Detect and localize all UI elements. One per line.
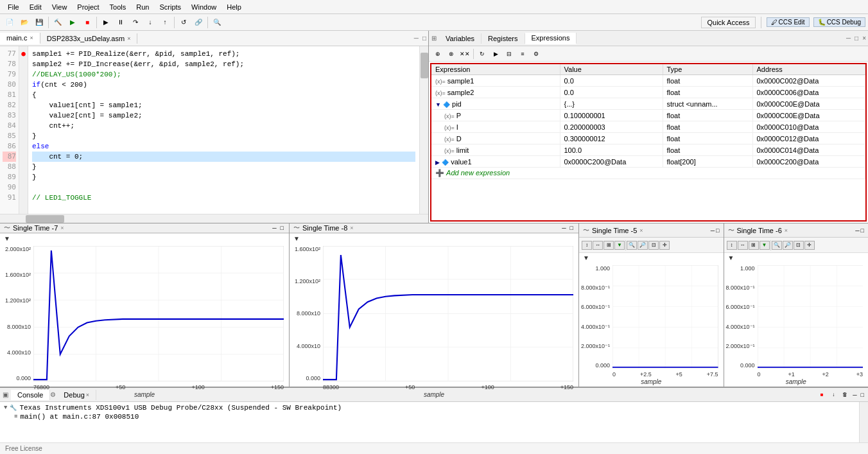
expr-format-btn[interactable]: ≡ xyxy=(516,48,529,60)
expr-row-D[interactable]: (x)= D 0.300000012 float 0x0000C012@Data xyxy=(431,133,865,144)
expressions-table: Expression Value Type Address (x)= sampl… xyxy=(431,64,865,179)
chart-6-btn3[interactable]: ⊞ xyxy=(749,241,759,250)
expr-add-row[interactable]: ➕ Add new expression xyxy=(431,168,865,179)
console-maximize[interactable]: □ xyxy=(860,392,865,398)
tab-main-c-close[interactable]: × xyxy=(30,35,33,41)
menu-project[interactable]: Project xyxy=(72,2,104,12)
chart-8-close-tab[interactable]: × xyxy=(350,225,353,231)
editor-vscroll[interactable] xyxy=(419,46,428,214)
chart-5-close-tab[interactable]: × xyxy=(639,227,643,234)
ccs-edit-btn[interactable]: 🖊 CCS Edit xyxy=(767,17,810,27)
menu-window[interactable]: Window xyxy=(186,2,221,12)
console-text[interactable]: ▼ 🔧 Texas Instruments XDS100v1 USB Debug… xyxy=(0,402,859,442)
chart-5-cursor[interactable]: ✛ xyxy=(659,241,670,250)
chart-6-maximize[interactable]: □ xyxy=(861,227,864,234)
code-area[interactable]: sample1 += PID_Realize(&err, &pid, sampl… xyxy=(28,46,419,214)
expr-row-sample2[interactable]: (x)= sample2 0.0 float 0x0000C006@Data xyxy=(431,87,865,98)
editor-minimize-btn[interactable]: ─ xyxy=(412,35,421,42)
menu-file[interactable]: File xyxy=(3,2,24,12)
console-minimize[interactable]: ─ xyxy=(851,392,858,398)
expr-continuous-btn[interactable]: ▶ xyxy=(489,48,502,60)
chart-5-zoom-in[interactable]: 🔍 xyxy=(627,241,637,250)
var-minimize-btn[interactable]: ─ xyxy=(844,35,853,42)
chart-5-minimize[interactable]: ─ xyxy=(711,227,715,234)
ccs-debug-btn[interactable]: 🐛 CCS Debug xyxy=(813,17,865,27)
expr-remove-all-btn[interactable]: ✕✕ xyxy=(458,48,471,60)
tab-main-c[interactable]: main.c × xyxy=(0,33,40,44)
tab-usdelay[interactable]: DSP2833x_usDelay.asm × xyxy=(40,33,138,44)
chart-6-close-tab[interactable]: × xyxy=(785,227,788,234)
chart-8-maximize[interactable]: □ xyxy=(569,225,575,231)
console-scroll-btn[interactable]: ↓ xyxy=(828,390,838,399)
expr-row-P[interactable]: (x)= P 0.100000001 float 0x0000C00E@Data xyxy=(431,110,865,121)
menu-edit[interactable]: Edit xyxy=(24,2,47,12)
quick-access[interactable]: Quick Access xyxy=(701,17,755,28)
value1-expand-icon[interactable]: ▶ xyxy=(435,159,440,166)
chart-7-minimize[interactable]: ─ xyxy=(271,225,277,231)
chart-5-zoom-out[interactable]: 🔎 xyxy=(638,241,648,250)
chart-5-btn2[interactable]: ↔ xyxy=(593,241,603,250)
menu-view[interactable]: View xyxy=(47,2,73,12)
chart-8-minimize[interactable]: ─ xyxy=(560,225,567,231)
chart-5-maximize[interactable]: □ xyxy=(716,227,719,234)
var-close-btn[interactable]: × xyxy=(860,35,868,42)
chart-7-maximize[interactable]: □ xyxy=(279,225,285,231)
console-vscroll[interactable] xyxy=(859,402,868,442)
chart-6-fit[interactable]: ⊡ xyxy=(794,241,804,250)
zoom-in-btn[interactable]: 🔍 xyxy=(210,15,224,30)
tab-expressions[interactable]: Expressions xyxy=(525,33,577,44)
debug-btn[interactable]: ▶ xyxy=(65,15,80,30)
chart-5-btn3[interactable]: ⊞ xyxy=(603,241,614,250)
expr-collapse-btn[interactable]: ⊟ xyxy=(503,48,516,60)
chart-6-zoom-in[interactable]: 🔍 xyxy=(772,241,782,250)
terminate-btn[interactable]: ■ xyxy=(80,15,94,30)
new-btn[interactable]: 📄 xyxy=(3,15,17,30)
chart-6-btn4[interactable]: ▼ xyxy=(759,241,770,250)
save-btn[interactable]: 💾 xyxy=(32,15,46,30)
menu-tools[interactable]: Tools xyxy=(105,2,132,12)
resume-btn[interactable]: ▶ xyxy=(99,15,113,30)
chart-6-btn1[interactable]: ↕ xyxy=(727,241,737,250)
open-btn[interactable]: 📂 xyxy=(17,15,31,30)
chart-6-cursor[interactable]: ✛ xyxy=(804,241,815,250)
step-out-btn[interactable]: ↑ xyxy=(158,15,172,30)
tab-variables[interactable]: Variables xyxy=(439,33,482,44)
expr-refresh-btn[interactable]: ↻ xyxy=(476,48,489,60)
limit-value: 100.0 xyxy=(560,144,663,156)
editor-maximize-btn[interactable]: □ xyxy=(421,35,428,42)
console-terminate-btn[interactable]: ■ xyxy=(817,390,827,399)
suspend-btn[interactable]: ⏸ xyxy=(114,15,128,30)
pid-expand-icon[interactable]: ▼ xyxy=(435,101,441,108)
menu-help[interactable]: Help xyxy=(221,2,247,12)
step-into-btn[interactable]: ↓ xyxy=(143,15,157,30)
expr-settings-btn[interactable]: ⚙ xyxy=(530,48,542,60)
chart-6-btn2[interactable]: ↔ xyxy=(738,241,748,250)
step-over-btn[interactable]: ↷ xyxy=(128,15,143,30)
chart-6-minimize[interactable]: ─ xyxy=(855,227,859,234)
console-clear-btn[interactable]: 🗑 xyxy=(840,390,850,399)
build-btn[interactable]: 🔨 xyxy=(51,15,65,30)
tab-registers[interactable]: Registers xyxy=(482,33,525,44)
expr-row-pid[interactable]: ▼ 🔷 pid {...} struct <unnam... 0x0000C00… xyxy=(431,98,865,110)
tab-usdelay-close[interactable]: × xyxy=(127,35,130,42)
expr-row-limit[interactable]: (x)= limit 100.0 float 0x0000C014@Data xyxy=(431,144,865,156)
chart-5-btn1[interactable]: ↕ xyxy=(582,241,592,250)
editor-hscroll[interactable] xyxy=(0,214,428,223)
add-expr-label[interactable]: Add new expression xyxy=(446,169,510,177)
connect-btn[interactable]: 🔗 xyxy=(191,15,205,30)
chart-panel-8: 〜 Single Time -8 × ─ □ ↕ ↔ ⊞ ▼ 🔍 🔎 ⊡ ✛ � xyxy=(290,223,579,387)
menu-run[interactable]: Run xyxy=(131,2,154,12)
menu-scripts[interactable]: Scripts xyxy=(154,2,186,12)
P-value: 0.100000001 xyxy=(560,110,663,121)
chart-7-close-icon-tab[interactable]: × xyxy=(60,225,64,231)
chart-5-fit[interactable]: ⊡ xyxy=(648,241,659,250)
var-maximize-btn[interactable]: □ xyxy=(853,35,860,42)
chart-5-btn4[interactable]: ▼ xyxy=(614,241,625,250)
reset-btn[interactable]: ↺ xyxy=(177,15,191,30)
expr-row-sample1[interactable]: (x)= sample1 0.0 float 0x0000C002@Data xyxy=(431,75,865,87)
expr-row-value1[interactable]: ▶ 🔷 value1 0x0000C200@Data float[200] 0x… xyxy=(431,156,865,168)
expr-new-btn[interactable]: ⊕ xyxy=(431,48,444,60)
expr-delete-btn[interactable]: ⊗ xyxy=(445,48,458,60)
chart-6-zoom-out[interactable]: 🔎 xyxy=(783,241,793,250)
expr-row-I[interactable]: (x)= I 0.200000003 float 0x0000C010@Data xyxy=(431,121,865,133)
